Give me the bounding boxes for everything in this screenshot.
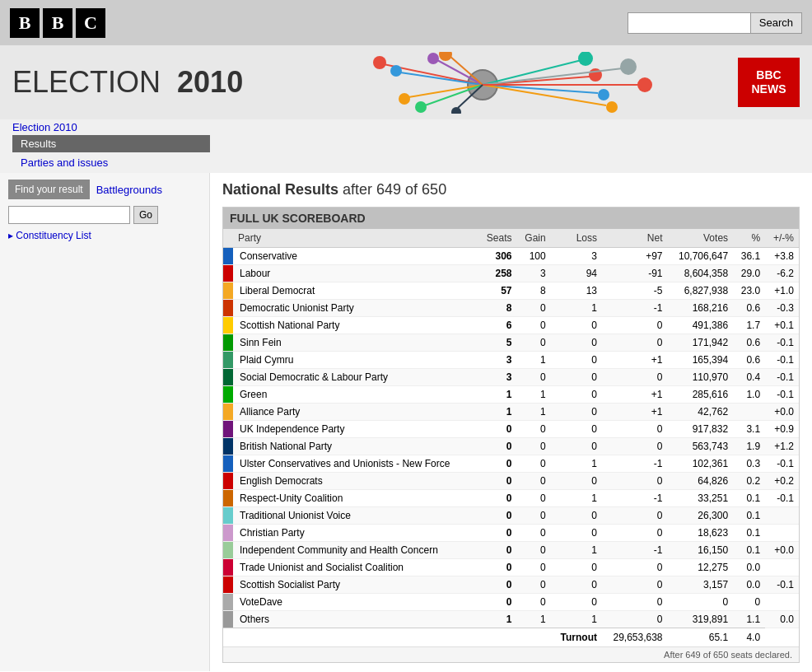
svg-point-14 bbox=[578, 52, 593, 66]
party-votes: 64,826 bbox=[668, 473, 734, 490]
party-name: Independent Community and Health Concern bbox=[233, 542, 478, 559]
table-row: Democratic Unionist Party 8 0 1 -1 168,2… bbox=[223, 300, 799, 317]
party-seats: 3 bbox=[478, 352, 516, 369]
party-loss: 1 bbox=[551, 542, 602, 559]
party-name: Democratic Unionist Party bbox=[233, 300, 478, 317]
svg-point-22 bbox=[620, 58, 637, 75]
party-net: 0 bbox=[602, 438, 668, 455]
parties-nav-link[interactable]: Parties and issues bbox=[12, 154, 812, 171]
results-count: after 649 of 650 bbox=[343, 181, 446, 198]
banner-graphic bbox=[243, 49, 738, 115]
table-row: Trade Unionist and Socialist Coalition 0… bbox=[223, 559, 799, 576]
party-net: +97 bbox=[602, 248, 668, 265]
election-link[interactable]: Election 2010 bbox=[12, 121, 77, 133]
party-gain: 0 bbox=[516, 576, 550, 594]
turnout-swing: 4.0 bbox=[733, 628, 765, 647]
party-votes: 26,300 bbox=[668, 507, 734, 525]
party-votes: 18,623 bbox=[668, 525, 734, 542]
table-row: Labour 258 3 94 -91 8,604,358 29.0 -6.2 bbox=[223, 265, 799, 282]
party-net: -91 bbox=[602, 265, 668, 282]
party-net: 0 bbox=[602, 317, 668, 334]
svg-line-17 bbox=[483, 85, 598, 93]
table-row: Ulster Conservatives and Unionists - New… bbox=[223, 455, 799, 473]
find-result-button[interactable]: Find your result bbox=[8, 180, 90, 199]
party-seats: 0 bbox=[478, 525, 516, 542]
party-net: +1 bbox=[602, 404, 668, 421]
scoreboard: FULL UK SCOREBOARD Party Seats Gain Loss… bbox=[222, 207, 800, 663]
party-swing: -0.1 bbox=[765, 386, 799, 404]
party-gain: 3 bbox=[516, 265, 550, 282]
party-pct: 0.4 bbox=[733, 369, 765, 386]
table-row: Social Democratic & Labour Party 3 0 0 0… bbox=[223, 369, 799, 386]
scoreboard-header: FULL UK SCOREBOARD bbox=[223, 208, 799, 229]
party-pct: 0.0 bbox=[733, 576, 765, 594]
battlegrounds-link[interactable]: Battlegrounds bbox=[96, 184, 162, 196]
svg-point-20 bbox=[606, 101, 618, 113]
party-loss: 0 bbox=[551, 473, 602, 490]
party-gain: 1 bbox=[516, 386, 550, 404]
party-net: 0 bbox=[602, 334, 668, 352]
party-color bbox=[223, 525, 233, 542]
party-loss: 0 bbox=[551, 386, 602, 404]
party-swing: -0.1 bbox=[765, 334, 799, 352]
svg-point-26 bbox=[451, 107, 461, 114]
party-votes: 16,150 bbox=[668, 542, 734, 559]
party-net: 0 bbox=[602, 594, 668, 611]
page-header: B B C Search bbox=[0, 0, 812, 45]
party-gain: 0 bbox=[516, 594, 550, 611]
party-seats: 6 bbox=[478, 317, 516, 334]
search-button[interactable]: Search bbox=[751, 12, 802, 34]
constituency-list-link[interactable]: Constituency List bbox=[8, 230, 91, 241]
party-net: -1 bbox=[602, 455, 668, 473]
party-swing: +1.2 bbox=[765, 438, 799, 455]
table-row: Conservative 306 100 3 +97 10,706,647 36… bbox=[223, 248, 799, 265]
party-name: Scottish National Party bbox=[233, 317, 478, 334]
party-color bbox=[223, 386, 233, 404]
votes-col-header: Votes bbox=[668, 229, 734, 248]
svg-point-6 bbox=[399, 93, 410, 105]
party-pct: 29.0 bbox=[733, 265, 765, 282]
party-name: Christian Party bbox=[233, 525, 478, 542]
party-swing bbox=[765, 559, 799, 576]
turnout-label: Turnout bbox=[551, 628, 602, 647]
party-swing: -0.1 bbox=[765, 576, 799, 594]
party-votes: 102,361 bbox=[668, 455, 734, 473]
party-color bbox=[223, 542, 233, 559]
party-gain: 0 bbox=[516, 473, 550, 490]
results-nav[interactable]: Results bbox=[12, 135, 210, 152]
party-net: +1 bbox=[602, 386, 668, 404]
party-loss: 0 bbox=[551, 421, 602, 438]
table-row: UK Independence Party 0 0 0 0 917,832 3.… bbox=[223, 421, 799, 438]
bbc-letter-b1: B bbox=[10, 8, 40, 38]
party-color bbox=[223, 490, 233, 507]
party-swing: +1.0 bbox=[765, 282, 799, 300]
party-votes: 33,251 bbox=[668, 490, 734, 507]
search-input[interactable] bbox=[628, 12, 751, 34]
party-seats: 0 bbox=[478, 438, 516, 455]
party-seats: 57 bbox=[478, 282, 516, 300]
party-color bbox=[223, 317, 233, 334]
party-name: Sinn Fein bbox=[233, 334, 478, 352]
party-net: -1 bbox=[602, 490, 668, 507]
party-net: -5 bbox=[602, 282, 668, 300]
party-loss: 1 bbox=[551, 490, 602, 507]
party-seats: 8 bbox=[478, 300, 516, 317]
party-color bbox=[223, 455, 233, 473]
go-button[interactable]: Go bbox=[133, 206, 158, 224]
party-loss: 1 bbox=[551, 300, 602, 317]
party-loss: 0 bbox=[551, 576, 602, 594]
party-name: Ulster Conservatives and Unionists - New… bbox=[233, 455, 478, 473]
party-loss: 0 bbox=[551, 525, 602, 542]
bbc-logo: B B C bbox=[10, 8, 105, 38]
party-color bbox=[223, 248, 233, 265]
party-pct: 3.1 bbox=[733, 421, 765, 438]
bbc-letter-b2: B bbox=[43, 8, 72, 38]
bbc-news-line2: NEWS bbox=[752, 82, 786, 96]
scoreboard-footer: After 649 of 650 seats declared. bbox=[223, 646, 799, 662]
party-swing: -0.1 bbox=[765, 352, 799, 369]
party-gain: 0 bbox=[516, 455, 550, 473]
party-name: British National Party bbox=[233, 438, 478, 455]
constituency-search-input[interactable] bbox=[8, 206, 130, 224]
turnout-votes: 29,653,638 bbox=[602, 628, 668, 647]
party-swing bbox=[765, 525, 799, 542]
